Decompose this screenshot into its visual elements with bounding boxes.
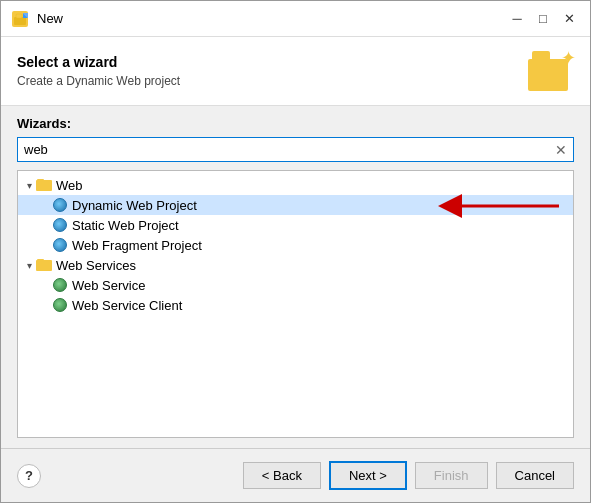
new-wizard-window: New ─ □ ✕ Select a wizard Create a Dynam… — [0, 0, 591, 503]
globe-icon-static — [52, 217, 68, 233]
close-button[interactable]: ✕ — [558, 8, 580, 30]
tree-item-web-category[interactable]: ▾ Web — [18, 175, 573, 195]
search-clear-button[interactable]: ✕ — [549, 141, 573, 159]
tree-label-static-web-project: Static Web Project — [72, 218, 179, 233]
tree-label-web: Web — [56, 178, 83, 193]
tree-item-web-services-category[interactable]: ▾ Web Services — [18, 255, 573, 275]
title-bar: New ─ □ ✕ — [1, 1, 590, 37]
wrench-icon-web-service — [52, 277, 68, 293]
tree-label-web-fragment-project: Web Fragment Project — [72, 238, 202, 253]
tree-label-web-service-client: Web Service Client — [72, 298, 182, 313]
wrench-icon-web-service-client — [52, 297, 68, 313]
tree-label-dynamic-web-project: Dynamic Web Project — [72, 198, 197, 213]
svg-rect-2 — [16, 14, 22, 18]
search-input[interactable] — [18, 138, 549, 161]
finish-button[interactable]: Finish — [415, 462, 488, 489]
globe-icon-fragment — [52, 237, 68, 253]
expand-icon-web: ▾ — [22, 178, 36, 192]
folder-icon-web — [36, 177, 52, 193]
wizard-title: Select a wizard — [17, 54, 180, 70]
wizard-tree[interactable]: ▾ Web ▸ Dynamic Web Project ▸ — [17, 170, 574, 438]
tree-item-web-fragment-project[interactable]: ▸ Web Fragment Project — [18, 235, 573, 255]
expand-icon-web-services: ▾ — [22, 258, 36, 272]
tree-item-web-service-client[interactable]: ▸ Web Service Client — [18, 295, 573, 315]
tree-item-static-web-project[interactable]: ▸ Static Web Project — [18, 215, 573, 235]
tree-item-dynamic-web-project[interactable]: ▸ Dynamic Web Project — [18, 195, 573, 215]
tree-label-web-service: Web Service — [72, 278, 145, 293]
search-row: ✕ — [17, 137, 574, 162]
wizard-header: Select a wizard Create a Dynamic Web pro… — [1, 37, 590, 106]
wizard-subtitle: Create a Dynamic Web project — [17, 74, 180, 88]
minimize-button[interactable]: ─ — [506, 8, 528, 30]
cancel-button[interactable]: Cancel — [496, 462, 574, 489]
header-wizard-icon: ✦ — [528, 51, 574, 91]
help-button[interactable]: ? — [17, 464, 41, 488]
window-icon — [11, 10, 29, 28]
header-text: Select a wizard Create a Dynamic Web pro… — [17, 54, 180, 88]
tree-item-web-service[interactable]: ▸ Web Service — [18, 275, 573, 295]
folder-icon-web-services — [36, 257, 52, 273]
tree-label-web-services: Web Services — [56, 258, 136, 273]
back-button[interactable]: < Back — [243, 462, 321, 489]
maximize-button[interactable]: □ — [532, 8, 554, 30]
window-title: New — [37, 11, 498, 26]
wizards-label: Wizards: — [17, 116, 574, 131]
window-controls: ─ □ ✕ — [506, 8, 580, 30]
next-button[interactable]: Next > — [329, 461, 407, 490]
content-section: Wizards: ✕ ▾ Web ▸ — [1, 106, 590, 448]
globe-icon-dynamic — [52, 197, 68, 213]
footer: ? < Back Next > Finish Cancel — [1, 448, 590, 502]
wizard-tree-wrapper: ▾ Web ▸ Dynamic Web Project ▸ — [17, 170, 574, 438]
